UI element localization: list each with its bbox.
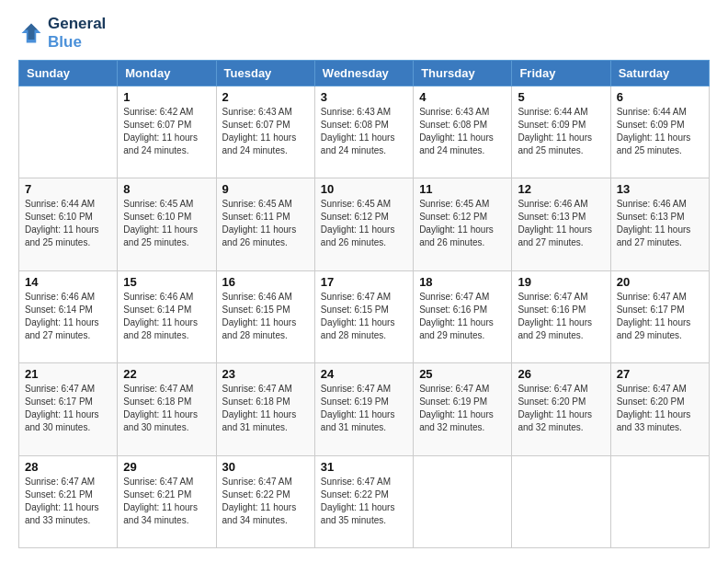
day-number: 28	[25, 460, 111, 474]
calendar-cell: 10Sunrise: 6:45 AM Sunset: 6:12 PM Dayli…	[314, 178, 413, 270]
calendar-cell: 14Sunrise: 6:46 AM Sunset: 6:14 PM Dayli…	[19, 270, 118, 362]
week-row-3: 14Sunrise: 6:46 AM Sunset: 6:14 PM Dayli…	[19, 270, 710, 362]
calendar-cell	[19, 86, 118, 178]
day-number: 17	[321, 275, 407, 289]
calendar-cell: 2Sunrise: 6:43 AM Sunset: 6:07 PM Daylig…	[216, 86, 314, 178]
week-row-1: 1Sunrise: 6:42 AM Sunset: 6:07 PM Daylig…	[19, 86, 710, 178]
day-number: 2	[222, 90, 309, 104]
day-info: Sunrise: 6:47 AM Sunset: 6:19 PM Dayligh…	[419, 383, 506, 434]
day-info: Sunrise: 6:47 AM Sunset: 6:18 PM Dayligh…	[222, 383, 309, 434]
calendar-cell: 11Sunrise: 6:45 AM Sunset: 6:12 PM Dayli…	[414, 178, 512, 270]
day-info: Sunrise: 6:47 AM Sunset: 6:16 PM Dayligh…	[419, 291, 506, 342]
week-row-2: 7Sunrise: 6:44 AM Sunset: 6:10 PM Daylig…	[19, 178, 710, 270]
day-number: 23	[222, 367, 309, 381]
day-info: Sunrise: 6:45 AM Sunset: 6:12 PM Dayligh…	[419, 198, 506, 249]
calendar-cell: 18Sunrise: 6:47 AM Sunset: 6:16 PM Dayli…	[414, 270, 512, 362]
logo-text: General Blue	[48, 15, 106, 51]
calendar-cell: 5Sunrise: 6:44 AM Sunset: 6:09 PM Daylig…	[512, 86, 610, 178]
header: General Blue	[18, 15, 710, 51]
day-number: 22	[123, 367, 210, 381]
day-info: Sunrise: 6:47 AM Sunset: 6:15 PM Dayligh…	[321, 291, 407, 342]
day-info: Sunrise: 6:47 AM Sunset: 6:20 PM Dayligh…	[518, 383, 604, 434]
day-number: 8	[123, 182, 210, 196]
calendar-cell	[414, 455, 512, 547]
day-info: Sunrise: 6:47 AM Sunset: 6:17 PM Dayligh…	[25, 383, 111, 434]
day-number: 3	[321, 90, 407, 104]
calendar-cell: 20Sunrise: 6:47 AM Sunset: 6:17 PM Dayli…	[610, 270, 709, 362]
calendar-cell: 7Sunrise: 6:44 AM Sunset: 6:10 PM Daylig…	[19, 178, 118, 270]
day-number: 25	[419, 367, 506, 381]
weekday-header-saturday: Saturday	[610, 61, 709, 86]
day-info: Sunrise: 6:47 AM Sunset: 6:21 PM Dayligh…	[123, 476, 210, 527]
calendar-cell: 19Sunrise: 6:47 AM Sunset: 6:16 PM Dayli…	[512, 270, 610, 362]
day-number: 18	[419, 275, 506, 289]
calendar-cell: 9Sunrise: 6:45 AM Sunset: 6:11 PM Daylig…	[216, 178, 314, 270]
calendar-cell: 28Sunrise: 6:47 AM Sunset: 6:21 PM Dayli…	[19, 455, 118, 547]
calendar-cell	[512, 455, 610, 547]
day-number: 24	[321, 367, 407, 381]
weekday-header-wednesday: Wednesday	[314, 61, 413, 86]
day-info: Sunrise: 6:45 AM Sunset: 6:11 PM Dayligh…	[222, 198, 309, 249]
day-number: 29	[123, 460, 210, 474]
day-info: Sunrise: 6:44 AM Sunset: 6:09 PM Dayligh…	[518, 106, 604, 157]
calendar-cell: 29Sunrise: 6:47 AM Sunset: 6:21 PM Dayli…	[118, 455, 216, 547]
calendar-cell: 26Sunrise: 6:47 AM Sunset: 6:20 PM Dayli…	[512, 363, 610, 455]
calendar-cell: 12Sunrise: 6:46 AM Sunset: 6:13 PM Dayli…	[512, 178, 610, 270]
calendar-cell: 4Sunrise: 6:43 AM Sunset: 6:08 PM Daylig…	[414, 86, 512, 178]
calendar-cell: 1Sunrise: 6:42 AM Sunset: 6:07 PM Daylig…	[118, 86, 216, 178]
day-info: Sunrise: 6:46 AM Sunset: 6:13 PM Dayligh…	[617, 198, 703, 249]
day-number: 5	[518, 90, 604, 104]
week-row-4: 21Sunrise: 6:47 AM Sunset: 6:17 PM Dayli…	[19, 363, 710, 455]
day-number: 20	[617, 275, 703, 289]
day-info: Sunrise: 6:43 AM Sunset: 6:08 PM Dayligh…	[321, 106, 407, 157]
calendar-cell: 8Sunrise: 6:45 AM Sunset: 6:10 PM Daylig…	[118, 178, 216, 270]
logo-icon	[18, 20, 44, 46]
day-number: 15	[123, 275, 210, 289]
day-number: 26	[518, 367, 604, 381]
calendar-cell: 15Sunrise: 6:46 AM Sunset: 6:14 PM Dayli…	[118, 270, 216, 362]
day-info: Sunrise: 6:47 AM Sunset: 6:19 PM Dayligh…	[321, 383, 407, 434]
day-info: Sunrise: 6:47 AM Sunset: 6:18 PM Dayligh…	[123, 383, 210, 434]
day-info: Sunrise: 6:47 AM Sunset: 6:17 PM Dayligh…	[617, 291, 703, 342]
day-info: Sunrise: 6:47 AM Sunset: 6:16 PM Dayligh…	[518, 291, 604, 342]
calendar-cell: 22Sunrise: 6:47 AM Sunset: 6:18 PM Dayli…	[118, 363, 216, 455]
calendar-cell: 3Sunrise: 6:43 AM Sunset: 6:08 PM Daylig…	[314, 86, 413, 178]
calendar-cell	[610, 455, 709, 547]
day-info: Sunrise: 6:45 AM Sunset: 6:12 PM Dayligh…	[321, 198, 407, 249]
day-info: Sunrise: 6:46 AM Sunset: 6:15 PM Dayligh…	[222, 291, 309, 342]
day-info: Sunrise: 6:44 AM Sunset: 6:09 PM Dayligh…	[617, 106, 703, 157]
calendar-cell: 31Sunrise: 6:47 AM Sunset: 6:22 PM Dayli…	[314, 455, 413, 547]
calendar-table: SundayMondayTuesdayWednesdayThursdayFrid…	[18, 60, 710, 548]
day-number: 7	[25, 182, 111, 196]
day-number: 14	[25, 275, 111, 289]
calendar-cell: 23Sunrise: 6:47 AM Sunset: 6:18 PM Dayli…	[216, 363, 314, 455]
day-info: Sunrise: 6:44 AM Sunset: 6:10 PM Dayligh…	[25, 198, 111, 249]
weekday-header-sunday: Sunday	[19, 61, 118, 86]
calendar-body: 1Sunrise: 6:42 AM Sunset: 6:07 PM Daylig…	[19, 86, 710, 548]
day-info: Sunrise: 6:42 AM Sunset: 6:07 PM Dayligh…	[123, 106, 210, 157]
day-info: Sunrise: 6:43 AM Sunset: 6:07 PM Dayligh…	[222, 106, 309, 157]
weekday-header-tuesday: Tuesday	[216, 61, 314, 86]
day-number: 4	[419, 90, 506, 104]
day-number: 19	[518, 275, 604, 289]
day-info: Sunrise: 6:46 AM Sunset: 6:14 PM Dayligh…	[25, 291, 111, 342]
day-number: 9	[222, 182, 309, 196]
day-info: Sunrise: 6:47 AM Sunset: 6:20 PM Dayligh…	[617, 383, 703, 434]
day-number: 16	[222, 275, 309, 289]
day-number: 11	[419, 182, 506, 196]
day-info: Sunrise: 6:47 AM Sunset: 6:22 PM Dayligh…	[222, 476, 309, 527]
weekday-header-row: SundayMondayTuesdayWednesdayThursdayFrid…	[19, 61, 710, 86]
calendar-cell: 21Sunrise: 6:47 AM Sunset: 6:17 PM Dayli…	[19, 363, 118, 455]
logo: General Blue	[18, 15, 106, 51]
day-info: Sunrise: 6:43 AM Sunset: 6:08 PM Dayligh…	[419, 106, 506, 157]
week-row-5: 28Sunrise: 6:47 AM Sunset: 6:21 PM Dayli…	[19, 455, 710, 547]
weekday-header-friday: Friday	[512, 61, 610, 86]
day-info: Sunrise: 6:47 AM Sunset: 6:22 PM Dayligh…	[321, 476, 407, 527]
calendar-cell: 27Sunrise: 6:47 AM Sunset: 6:20 PM Dayli…	[610, 363, 709, 455]
weekday-header-thursday: Thursday	[414, 61, 512, 86]
day-info: Sunrise: 6:45 AM Sunset: 6:10 PM Dayligh…	[123, 198, 210, 249]
day-number: 30	[222, 460, 309, 474]
calendar-cell: 24Sunrise: 6:47 AM Sunset: 6:19 PM Dayli…	[314, 363, 413, 455]
day-info: Sunrise: 6:46 AM Sunset: 6:14 PM Dayligh…	[123, 291, 210, 342]
page: General Blue SundayMondayTuesdayWednesda…	[0, 0, 728, 563]
